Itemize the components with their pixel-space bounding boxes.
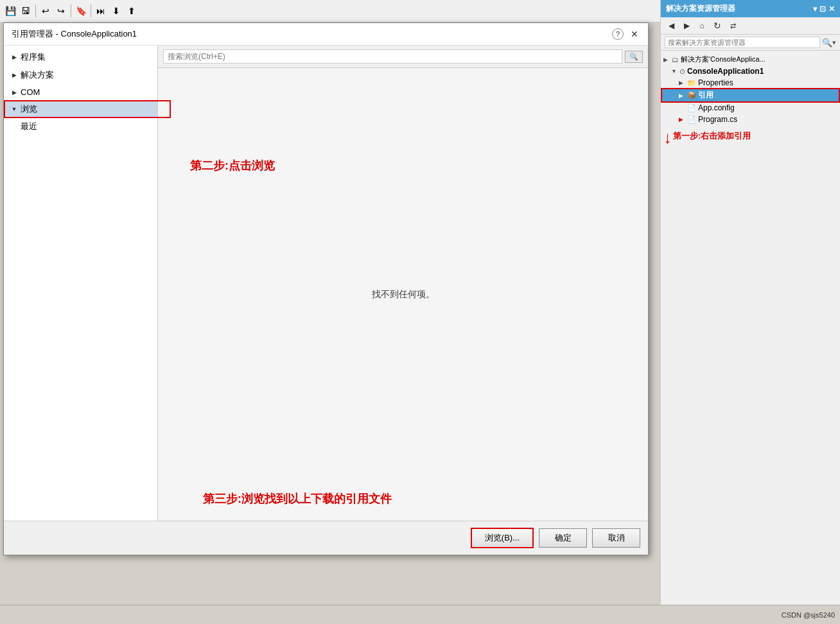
browse-button[interactable]: 浏览(B)... [471,528,534,548]
dialog-help-button[interactable]: ? [612,28,624,40]
dialog-title: 引用管理器 - ConsoleApplication1 [12,28,137,40]
save-icon[interactable]: 💾 [4,4,17,17]
search-input[interactable] [163,49,622,64]
sol-search-icon[interactable]: 🔍 [822,38,832,48]
sol-item-solution-root[interactable]: ▶ 🗂 解决方案'ConsoleApplica... [661,53,840,65]
browse-label: 浏览 [21,103,37,115]
sol-search-options-icon[interactable]: ▾ [832,39,836,47]
sol-item-project[interactable]: ▼ ⊙ ConsoleApplication1 [661,65,840,77]
step1-annotation: 第一步:右击添加引用 [673,130,751,142]
toolbar-sep-2 [71,4,71,17]
ok-button[interactable]: 确定 [539,528,587,548]
recent-label: 最近 [21,121,37,131]
sol-props-icon: 📁 [687,79,696,87]
sol-root-arrow: ▶ [663,56,670,63]
sol-props-label: Properties [698,78,733,87]
dock-icon[interactable]: ⊡ [819,4,826,13]
sol-ref-label: 引用 [698,90,713,101]
toolbar-sep-1 [35,4,36,17]
step1-section: ↓ 第一步:右击添加引用 [661,130,840,148]
sol-project-label: ConsoleApplication1 [687,67,764,76]
toolbar-sep-3 [91,4,91,17]
browse-arrow-icon: ▼ [10,106,18,112]
step-over-icon[interactable]: ⏭ [94,4,107,17]
solution-explorer-header: 解决方案资源管理器 ▾ ⊡ ✕ [661,0,840,17]
sol-ref-icon: 📦 [687,91,696,100]
sol-item-properties[interactable]: ▶ 📁 Properties [661,77,840,89]
com-arrow-icon: ▶ [10,89,18,96]
dialog-footer: 浏览(B)... 确定 取消 [4,521,648,555]
sol-forward-icon[interactable]: ▶ [680,20,693,31]
no-results-text: 找不到任何项。 [372,289,435,300]
tree-item-solution[interactable]: ▶ 解决方案 [4,66,157,84]
reference-manager-dialog: 引用管理器 - ConsoleApplication1 ? ✕ ▶ 程序集 ▶ … [3,22,649,555]
dialog-body: ▶ 程序集 ▶ 解决方案 ▶ COM ▼ 浏览 [4,46,648,521]
sol-refresh1-icon[interactable]: ↻ [711,20,724,31]
step1-arrow-icon: ↓ [663,128,672,148]
search-button[interactable]: 🔍 [625,51,643,63]
sol-root-label: 解决方案'ConsoleApplica... [681,55,766,64]
solution-search-input[interactable] [665,37,820,48]
redo-icon[interactable]: ↪ [55,4,67,17]
yinyong-wrapper: ▶ 📦 引用 [661,89,840,102]
cancel-button[interactable]: 取消 [592,528,640,548]
sol-item-references[interactable]: ▶ 📦 引用 [661,89,840,102]
sol-project-arrow: ▼ [671,68,678,74]
content-area: 找不到任何项。 [158,68,648,521]
solution-explorer-panel: 解决方案资源管理器 ▾ ⊡ ✕ ◀ ▶ ⌂ ↻ ⇄ 🔍 ▾ ▶ 🗂 解决方案'C… [660,0,840,624]
sol-sync-icon[interactable]: ⇄ [726,20,739,31]
bookmark-icon[interactable]: 🔖 [74,4,87,17]
assemblies-label: 程序集 [21,51,46,63]
sol-programcs-label: Program.cs [698,115,737,124]
dialog-titlebar: 引用管理器 - ConsoleApplication1 ? ✕ [4,23,648,46]
step-into-icon[interactable]: ⬇ [110,4,123,17]
dialog-close-button[interactable]: ✕ [629,28,640,40]
sol-props-arrow: ▶ [679,80,685,86]
solution-arrow-icon: ▶ [10,72,18,78]
statusbar-right: CSDN @sjs5240 [782,611,835,619]
solution-tree: ▶ 🗂 解决方案'ConsoleApplica... ▼ ⊙ ConsoleAp… [661,51,840,624]
solution-label: 解决方案 [21,69,54,81]
sol-ref-arrow: ▶ [679,92,685,99]
sol-project-icon: ⊙ [679,67,685,76]
solution-search: 🔍 ▾ [661,35,840,51]
com-label: COM [21,87,40,97]
sol-back-icon[interactable]: ◀ [665,20,678,31]
statusbar: CSDN @sjs5240 [0,605,840,624]
sol-programcs-icon: 📄 [687,116,696,124]
sol-home-icon[interactable]: ⌂ [696,20,708,31]
save-all-icon[interactable]: 🖫 [19,4,32,17]
sol-item-appconfig[interactable]: 📄 App.config [661,102,840,114]
tree-item-assemblies[interactable]: ▶ 程序集 [4,48,157,66]
undo-icon[interactable]: ↩ [39,4,52,17]
assemblies-arrow-icon: ▶ [10,54,18,60]
sol-appconfig-label: App.config [698,103,735,112]
sol-root-icon: 🗂 [672,56,679,64]
solution-toolbar: ◀ ▶ ⌂ ↻ ⇄ [661,17,840,35]
solution-header-icons: ▾ ⊡ ✕ [813,4,835,13]
right-panel: 🔍 找不到任何项。 [158,46,648,521]
step-out-icon[interactable]: ⬆ [125,4,138,17]
search-bar: 🔍 [158,46,648,68]
left-panel: ▶ 程序集 ▶ 解决方案 ▶ COM ▼ 浏览 [4,46,158,521]
dialog-titlebar-controls: ? ✕ [612,28,640,40]
tree-item-com[interactable]: ▶ COM [4,84,157,100]
tree-item-recent[interactable]: 最近 [4,118,157,135]
pin-icon[interactable]: ▾ [813,4,817,13]
tree-item-browse[interactable]: ▼ 浏览 [4,100,157,118]
solution-explorer-title: 解决方案资源管理器 [666,3,735,14]
sol-programcs-arrow: ▶ [679,116,685,123]
sol-appconfig-icon: 📄 [687,104,696,112]
close-panel-icon[interactable]: ✕ [828,4,835,13]
sol-item-programcs[interactable]: ▶ 📄 Program.cs [661,114,840,125]
